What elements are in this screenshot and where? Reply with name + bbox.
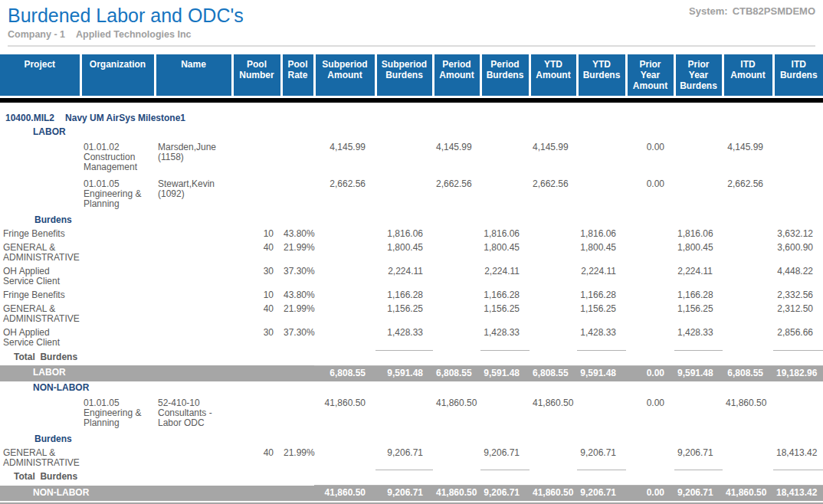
pool-number-cell: 10 xyxy=(232,227,281,241)
report-page: Burdened Labor and ODC's Company - 1Appl… xyxy=(0,0,823,504)
subperiod-amount-cell xyxy=(314,227,375,241)
burden-row: Fringe Benefits 10 43.80% 1,816.06 1,816… xyxy=(0,227,823,241)
prior-year-burdens-cell: 1,816.06 xyxy=(674,227,723,241)
itd-amount-cell xyxy=(723,227,773,241)
itd-amount-cell xyxy=(723,265,773,289)
subperiod-burdens-cell xyxy=(375,139,433,176)
prior-year-burdens-cell xyxy=(674,176,723,213)
system-label: System: xyxy=(689,5,728,17)
subperiod-amount-cell xyxy=(314,289,375,303)
period-burdens-total: 9,206.71 xyxy=(480,486,530,502)
subperiod-amount-cell: 4,145.99 xyxy=(314,139,375,176)
ytd-amount-cell: 41,860.50 xyxy=(530,395,577,432)
period-amount-cell xyxy=(433,227,480,241)
burden-name-cell: GENERAL & ADMINISTRATIVE xyxy=(0,447,80,470)
period-burdens-cell: 1,800.45 xyxy=(480,241,530,265)
org-cell: 01.01.05 Engineering & Planning xyxy=(80,176,155,213)
itd-amount-cell xyxy=(723,326,773,350)
itd-burdens-cell: 3,600.90 xyxy=(773,241,823,265)
ytd-amount-cell xyxy=(530,241,577,265)
period-burdens-total: 9,591.48 xyxy=(480,365,530,381)
pool-rate-cell: 43.80% xyxy=(281,227,314,241)
period-amount-cell: 41,860.50 xyxy=(433,395,480,432)
name-cell xyxy=(155,227,232,241)
itd-amount-cell xyxy=(723,241,773,265)
column-header-prior-year-amount: Prior Year Amount xyxy=(626,54,674,96)
period-amount-cell xyxy=(433,303,480,326)
prior-year-burdens-cell: 1,800.45 xyxy=(674,241,723,265)
prior-year-amount-total: 0.00 xyxy=(626,486,674,502)
report-table: Project Organization Name Pool Number Po… xyxy=(0,54,823,504)
burden-row: Fringe Benefits 10 43.80% 1,166.28 1,166… xyxy=(0,289,823,303)
detail-row: 01.01.02 Construction Management Marsden… xyxy=(0,139,823,176)
org-cell xyxy=(80,303,155,326)
ytd-burdens-cell: 1,816.06 xyxy=(577,227,626,241)
burdens-subheader-label: Burdens xyxy=(0,213,823,227)
column-header-pool-number: Pool Number xyxy=(232,54,281,96)
prior-year-amount-cell xyxy=(626,289,674,303)
prior-year-burdens-cell: 2,224.11 xyxy=(674,265,723,289)
itd-amount-total: 41,860.50 xyxy=(723,486,773,502)
pool-number-cell xyxy=(232,139,281,176)
ytd-amount-cell xyxy=(530,303,577,326)
subperiod-amount-cell xyxy=(314,265,375,289)
period-burdens-cell: 9,206.71 xyxy=(480,447,530,470)
prior-year-amount-cell xyxy=(626,265,674,289)
burdens-subheader: Burdens xyxy=(0,432,823,447)
subperiod-burdens-total: 9,206.71 xyxy=(375,486,433,502)
burden-name-cell: GENERAL & ADMINISTRATIVE xyxy=(0,241,80,265)
detail-row: 01.01.05 Engineering & Planning Stewart,… xyxy=(0,176,823,213)
section-label-labor: LABOR xyxy=(0,126,823,139)
subperiod-burdens-cell: 9,206.71 xyxy=(375,447,433,470)
burdens-subheader: Burdens xyxy=(0,213,823,227)
name-cell xyxy=(155,303,232,326)
company-line: Company - 1Applied Technologies Inc xyxy=(8,29,815,41)
pool-rate-cell: 37.30% xyxy=(281,265,314,289)
prior-year-amount-cell: 0.00 xyxy=(626,395,674,432)
column-header-period-burdens: Period Burdens xyxy=(480,54,530,96)
total-burdens-label: Total Burdens xyxy=(0,350,823,365)
pool-number-cell xyxy=(232,176,281,213)
prior-year-amount-cell xyxy=(626,447,674,470)
ytd-burdens-cell: 2,224.11 xyxy=(577,265,626,289)
subperiod-amount-cell xyxy=(314,326,375,350)
subperiod-amount-cell xyxy=(314,303,375,326)
ytd-burdens-cell xyxy=(577,395,626,432)
subperiod-burdens-cell: 1,816.06 xyxy=(375,227,433,241)
prior-year-burdens-cell xyxy=(674,395,723,432)
section-label-non-labor: NON-LABOR xyxy=(0,381,823,395)
burden-row: OH Applied Service Client 30 37.30% 1,42… xyxy=(0,326,823,350)
burden-row: OH Applied Service Client 30 37.30% 2,22… xyxy=(0,265,823,289)
subperiod-amount-cell: 2,662.56 xyxy=(314,176,375,213)
period-burdens-cell xyxy=(480,176,530,213)
pool-rate-cell xyxy=(281,395,314,432)
subperiod-burdens-cell xyxy=(375,395,433,432)
burden-name-cell: OH Applied Service Client xyxy=(0,265,80,289)
itd-amount-cell xyxy=(723,289,773,303)
subperiod-burdens-cell: 1,800.45 xyxy=(375,241,433,265)
period-burdens-cell: 1,166.28 xyxy=(480,289,530,303)
report-banner: Burdened Labor and ODC's Company - 1Appl… xyxy=(0,0,823,47)
column-header-pool-rate: Pool Rate xyxy=(281,54,314,96)
column-header-itd-amount: ITD Amount xyxy=(723,54,773,96)
ytd-amount-cell xyxy=(530,326,577,350)
burden-row: GENERAL & ADMINISTRATIVE 40 21.99% 1,800… xyxy=(0,241,823,265)
burden-name-cell: GENERAL & ADMINISTRATIVE xyxy=(0,303,80,326)
column-header-subperiod-burdens: Subperiod Burdens xyxy=(375,54,433,96)
column-header-itd-burdens: ITD Burdens xyxy=(773,54,823,96)
name-cell xyxy=(155,241,232,265)
pool-rate-cell: 21.99% xyxy=(281,303,314,326)
org-cell xyxy=(80,265,155,289)
column-header-ytd-amount: YTD Amount xyxy=(530,54,577,96)
itd-burdens-cell xyxy=(773,395,823,432)
prior-year-amount-cell: 0.00 xyxy=(626,139,674,176)
org-cell xyxy=(80,326,155,350)
ytd-burdens-cell: 9,206.71 xyxy=(577,447,626,470)
ytd-amount-cell xyxy=(530,227,577,241)
itd-amount-cell xyxy=(723,447,773,470)
prior-year-burdens-cell: 1,428.33 xyxy=(674,326,723,350)
period-amount-cell: 4,145.99 xyxy=(433,139,480,176)
itd-burdens-total: 18,413.42 xyxy=(773,486,823,502)
name-cell xyxy=(155,447,232,470)
project-code: 10400.MIL2 xyxy=(5,113,54,123)
